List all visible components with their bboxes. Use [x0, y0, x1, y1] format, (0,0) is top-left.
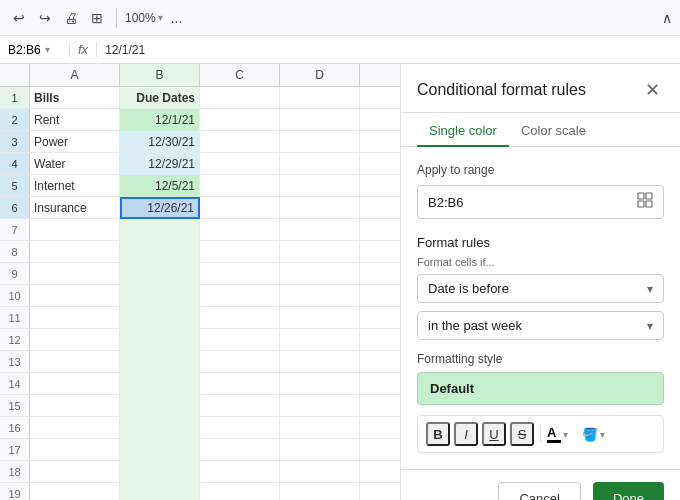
col-header-d[interactable]: D — [280, 64, 360, 86]
cell[interactable] — [120, 285, 200, 307]
cell[interactable] — [120, 351, 200, 373]
cell[interactable] — [200, 417, 280, 439]
cell[interactable] — [280, 285, 360, 307]
cell-a2[interactable]: Rent — [30, 109, 120, 131]
cell-d5[interactable] — [280, 175, 360, 197]
cell[interactable] — [120, 241, 200, 263]
cell[interactable] — [200, 351, 280, 373]
cell[interactable] — [280, 439, 360, 461]
cell[interactable] — [30, 351, 120, 373]
cell-b1[interactable]: Due Dates — [120, 87, 200, 109]
condition-dropdown[interactable]: Date is before ▾ — [417, 274, 664, 303]
cell[interactable] — [30, 241, 120, 263]
tab-single-color[interactable]: Single color — [417, 113, 509, 146]
cell[interactable] — [200, 439, 280, 461]
cell[interactable] — [120, 373, 200, 395]
cell-b6[interactable]: 12/26/21 — [120, 197, 200, 219]
col-header-c[interactable]: C — [200, 64, 280, 86]
close-icon[interactable]: ✕ — [640, 78, 664, 102]
cell[interactable] — [280, 307, 360, 329]
underline-button[interactable]: U — [482, 422, 506, 446]
range-input[interactable]: B2:B6 — [417, 185, 664, 219]
cell[interactable] — [200, 395, 280, 417]
period-dropdown[interactable]: in the past week ▾ — [417, 311, 664, 340]
cell[interactable] — [280, 483, 360, 500]
cell[interactable] — [120, 395, 200, 417]
cell[interactable] — [280, 395, 360, 417]
redo-icon[interactable]: ↪ — [34, 7, 56, 29]
cell-a1[interactable]: Bills — [30, 87, 120, 109]
fill-color-picker[interactable]: 🪣 ▾ — [582, 428, 605, 441]
cell[interactable] — [280, 241, 360, 263]
cell[interactable] — [30, 417, 120, 439]
cell-c6[interactable] — [200, 197, 280, 219]
cell-b3[interactable]: 12/30/21 — [120, 131, 200, 153]
strikethrough-button[interactable]: S — [510, 422, 534, 446]
cell-a5[interactable]: Internet — [30, 175, 120, 197]
cell[interactable] — [280, 219, 360, 241]
cell-reference[interactable]: B2:B6 ▾ — [0, 43, 70, 57]
cell[interactable] — [200, 461, 280, 483]
cell[interactable] — [30, 263, 120, 285]
cell[interactable] — [30, 395, 120, 417]
cancel-button[interactable]: Cancel — [498, 482, 580, 500]
cell[interactable] — [30, 329, 120, 351]
tab-color-scale[interactable]: Color scale — [509, 113, 598, 146]
cell[interactable] — [30, 461, 120, 483]
cell-c5[interactable] — [200, 175, 280, 197]
cell-c2[interactable] — [200, 109, 280, 131]
done-button[interactable]: Done — [593, 482, 664, 500]
cell[interactable] — [120, 417, 200, 439]
cell-d1[interactable] — [280, 87, 360, 109]
cell-b5[interactable]: 12/5/21 — [120, 175, 200, 197]
cell[interactable] — [120, 439, 200, 461]
cell[interactable] — [200, 329, 280, 351]
cell[interactable] — [200, 219, 280, 241]
cell[interactable] — [280, 373, 360, 395]
cell[interactable] — [280, 329, 360, 351]
col-header-b[interactable]: B — [120, 64, 200, 86]
cell-b2[interactable]: 12/1/21 — [120, 109, 200, 131]
cell-a6[interactable]: Insurance — [30, 197, 120, 219]
cell-d4[interactable] — [280, 153, 360, 175]
cell-c4[interactable] — [200, 153, 280, 175]
collapse-icon[interactable]: ∧ — [662, 10, 672, 26]
bold-button[interactable]: B — [426, 422, 450, 446]
cell[interactable] — [120, 219, 200, 241]
cell-d6[interactable] — [280, 197, 360, 219]
cell[interactable] — [30, 307, 120, 329]
italic-button[interactable]: I — [454, 422, 478, 446]
cell[interactable] — [200, 307, 280, 329]
cell[interactable] — [30, 439, 120, 461]
cell[interactable] — [30, 483, 120, 500]
cell[interactable] — [200, 285, 280, 307]
cell[interactable] — [200, 263, 280, 285]
cell-d2[interactable] — [280, 109, 360, 131]
undo-icon[interactable]: ↩ — [8, 7, 30, 29]
cell-a3[interactable]: Power — [30, 131, 120, 153]
more-options-icon[interactable]: ... — [171, 10, 183, 26]
print-icon[interactable]: 🖨 — [60, 7, 82, 29]
cell[interactable] — [280, 263, 360, 285]
cell[interactable] — [120, 263, 200, 285]
cell-d3[interactable] — [280, 131, 360, 153]
cell-c1[interactable] — [200, 87, 280, 109]
cell[interactable] — [280, 417, 360, 439]
zoom-control[interactable]: 100% ▾ — [125, 11, 163, 25]
format-paint-icon[interactable]: ⊞ — [86, 7, 108, 29]
cell[interactable] — [280, 351, 360, 373]
cell-c3[interactable] — [200, 131, 280, 153]
cell-b4[interactable]: 12/29/21 — [120, 153, 200, 175]
cell[interactable] — [30, 219, 120, 241]
cell[interactable] — [280, 461, 360, 483]
cell[interactable] — [120, 461, 200, 483]
cell[interactable] — [200, 241, 280, 263]
cell-a4[interactable]: Water — [30, 153, 120, 175]
cell[interactable] — [120, 329, 200, 351]
cell[interactable] — [200, 373, 280, 395]
cell[interactable] — [30, 285, 120, 307]
font-color-picker[interactable]: A ▾ — [547, 426, 568, 443]
col-header-a[interactable]: A — [30, 64, 120, 86]
cell[interactable] — [200, 483, 280, 500]
cell[interactable] — [120, 307, 200, 329]
